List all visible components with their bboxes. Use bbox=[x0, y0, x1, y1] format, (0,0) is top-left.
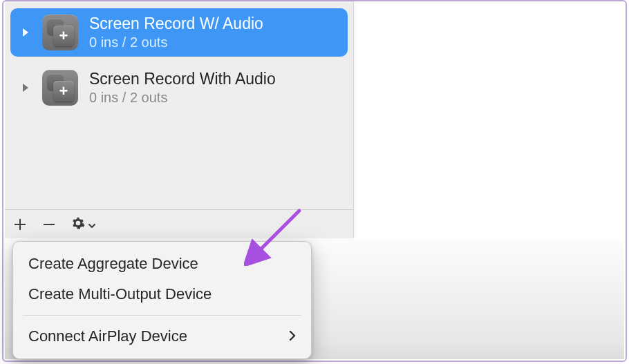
device-io-summary: 0 ins / 2 outs bbox=[89, 35, 263, 50]
device-io-summary: 0 ins / 2 outs bbox=[89, 90, 276, 106]
sidebar-toolbar bbox=[5, 209, 353, 238]
device-list: + Screen Record W/ Audio 0 ins / 2 outs … bbox=[10, 1, 348, 209]
add-device-popup-menu: Create Aggregate Device Create Multi-Out… bbox=[12, 241, 312, 359]
add-button[interactable] bbox=[13, 210, 27, 238]
remove-button[interactable] bbox=[42, 210, 56, 238]
menu-item-label: Create Aggregate Device bbox=[28, 255, 198, 273]
aggregate-device-icon: + bbox=[42, 70, 78, 106]
device-row-selected[interactable]: + Screen Record W/ Audio 0 ins / 2 outs bbox=[10, 8, 348, 57]
menu-separator bbox=[23, 315, 301, 316]
actions-menu-button[interactable] bbox=[71, 210, 96, 238]
menu-item-connect-airplay[interactable]: Connect AirPlay Device bbox=[13, 321, 311, 352]
menu-item-create-aggregate[interactable]: Create Aggregate Device bbox=[13, 249, 311, 279]
chevron-right-icon bbox=[289, 327, 296, 345]
disclosure-triangle-icon[interactable] bbox=[21, 84, 30, 92]
device-name: Screen Record With Audio bbox=[89, 70, 276, 88]
device-sidebar: + Screen Record W/ Audio 0 ins / 2 outs … bbox=[5, 1, 354, 238]
menu-item-label: Create Multi-Output Device bbox=[28, 285, 212, 303]
aggregate-device-icon: + bbox=[42, 15, 78, 50]
chevron-down-icon bbox=[88, 215, 96, 234]
svg-rect-0 bbox=[44, 224, 55, 225]
disclosure-triangle-icon[interactable] bbox=[21, 28, 30, 37]
menu-item-label: Connect AirPlay Device bbox=[28, 327, 187, 345]
menu-item-create-multi-output[interactable]: Create Multi-Output Device bbox=[13, 279, 311, 309]
device-row[interactable]: + Screen Record With Audio 0 ins / 2 out… bbox=[10, 64, 348, 112]
window-frame: + Screen Record W/ Audio 0 ins / 2 outs … bbox=[2, 0, 627, 362]
gear-icon bbox=[71, 215, 85, 234]
device-name: Screen Record W/ Audio bbox=[89, 15, 263, 33]
